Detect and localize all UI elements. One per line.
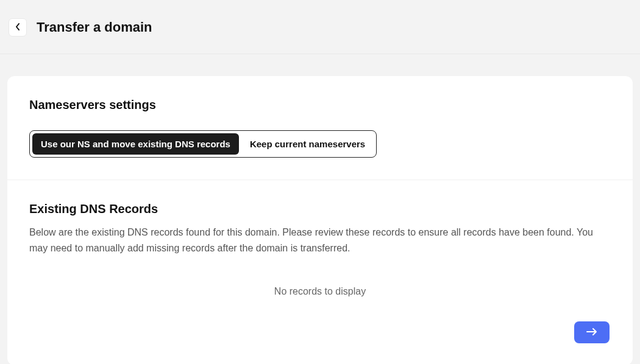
ns-option-keep-current[interactable]: Keep current nameservers (241, 133, 374, 155)
nameservers-section: Nameservers settings Use our NS and move… (7, 76, 633, 180)
nameservers-title: Nameservers settings (29, 98, 611, 112)
footer-actions (29, 321, 611, 343)
nameservers-toggle: Use our NS and move existing DNS records… (29, 130, 377, 158)
dns-records-title: Existing DNS Records (29, 202, 611, 216)
arrow-right-icon (586, 328, 597, 337)
dns-records-description: Below are the existing DNS records found… (29, 225, 611, 256)
dns-records-empty: No records to display (29, 280, 611, 321)
next-button[interactable] (574, 321, 610, 343)
back-button[interactable] (9, 18, 27, 37)
dns-records-section: Existing DNS Records Below are the exist… (7, 180, 633, 364)
page-title: Transfer a domain (37, 19, 152, 35)
chevron-left-icon (15, 23, 20, 32)
main-card: Nameservers settings Use our NS and move… (7, 76, 633, 364)
ns-option-use-ours[interactable]: Use our NS and move existing DNS records (32, 133, 239, 155)
page-header: Transfer a domain (0, 0, 640, 54)
